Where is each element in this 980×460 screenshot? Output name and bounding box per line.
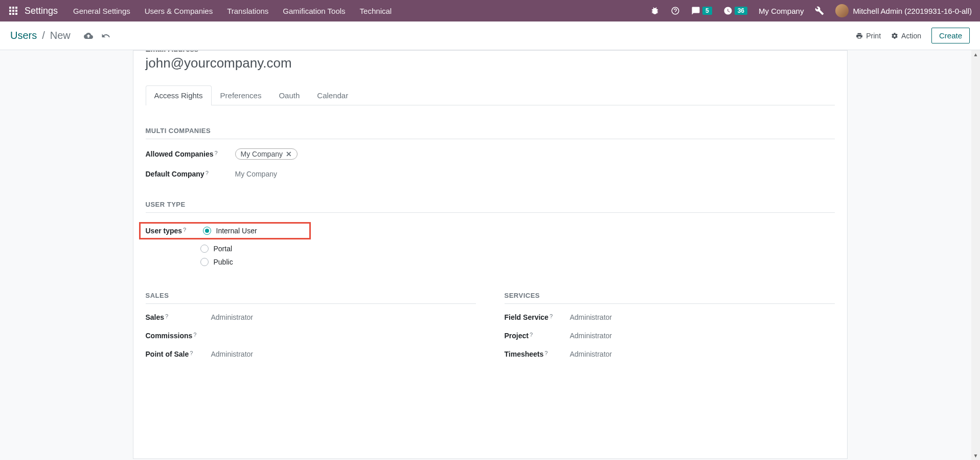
action-label: Action (901, 32, 921, 40)
avatar (835, 4, 849, 17)
email-label: Email Address (146, 50, 835, 53)
navbar-menu: General Settings Users & Companies Trans… (66, 2, 399, 20)
menu-technical[interactable]: Technical (353, 2, 399, 20)
field-service-field[interactable]: Administrator (570, 313, 612, 321)
timesheets-label: Timesheets? (505, 350, 570, 358)
default-company-field[interactable]: My Company (235, 170, 277, 178)
breadcrumb-current: New (50, 30, 71, 41)
pos-label: Point of Sale? (146, 350, 211, 358)
section-services: SERVICES (505, 292, 835, 304)
menu-translations[interactable]: Translations (220, 2, 276, 20)
section-multi-companies: MULTI COMPANIES (146, 127, 835, 139)
tabs: Access Rights Preferences Oauth Calendar (146, 85, 835, 105)
control-panel: Users / New Print Action Create (0, 21, 980, 50)
menu-users-companies[interactable]: Users & Companies (138, 2, 220, 20)
company-selector[interactable]: My Company (755, 3, 808, 19)
bug-icon[interactable] (646, 2, 664, 19)
scroll-down-icon[interactable]: ▼ (971, 451, 980, 459)
breadcrumb-root[interactable]: Users (10, 30, 37, 41)
project-field[interactable]: Administrator (570, 332, 612, 340)
radio-portal[interactable]: Portal (200, 245, 835, 253)
support-icon[interactable] (667, 2, 684, 19)
highlight-user-types: User types? Internal User (139, 222, 311, 239)
allowed-companies-field[interactable]: My Company ✕ (235, 148, 298, 160)
radio-icon (200, 258, 209, 266)
sales-field[interactable]: Administrator (211, 313, 253, 321)
messages-icon[interactable]: 5 (687, 2, 716, 19)
gear-icon (891, 32, 898, 39)
apps-icon[interactable] (4, 2, 22, 20)
tab-access-rights[interactable]: Access Rights (146, 85, 212, 105)
radio-icon (200, 245, 209, 253)
discard-icon[interactable] (101, 31, 110, 40)
project-label: Project? (505, 332, 570, 340)
top-navbar: Settings General Settings Users & Compan… (0, 0, 980, 21)
menu-general-settings[interactable]: General Settings (66, 2, 138, 20)
user-types-label: User types? (146, 227, 203, 235)
tools-icon[interactable] (811, 2, 828, 19)
activities-icon[interactable]: 36 (719, 2, 751, 19)
radio-icon (203, 227, 211, 235)
tab-calendar[interactable]: Calendar (308, 85, 357, 105)
pos-field[interactable]: Administrator (211, 350, 253, 358)
form-sheet: Email Address john@yourcompany.com Acces… (133, 50, 848, 459)
breadcrumb-sep: / (42, 30, 45, 41)
print-icon (856, 32, 863, 39)
user-menu[interactable]: Mitchell Admin (22019931-16-0-all) (831, 4, 976, 17)
activities-badge: 36 (735, 7, 747, 15)
timesheets-field[interactable]: Administrator (570, 350, 612, 358)
create-button[interactable]: Create (931, 28, 970, 43)
default-company-label: Default Company? (146, 170, 235, 178)
email-input[interactable]: john@yourcompany.com (146, 55, 835, 71)
print-label: Print (866, 32, 881, 40)
tag-remove-icon[interactable]: ✕ (286, 150, 292, 158)
section-sales: SALES (146, 292, 476, 304)
user-name: Mitchell Admin (22019931-16-0-all) (853, 7, 972, 15)
section-user-type: USER TYPE (146, 201, 835, 213)
commissions-label: Commissions? (146, 332, 211, 340)
scrollbar[interactable]: ▲ ▼ (971, 50, 980, 459)
company-tag-label: My Company (241, 150, 283, 158)
company-name: My Company (759, 7, 804, 15)
action-button[interactable]: Action (891, 32, 921, 40)
navbar-title[interactable]: Settings (22, 6, 66, 16)
breadcrumb: Users / New (10, 30, 110, 41)
messages-badge: 5 (702, 7, 712, 15)
tab-preferences[interactable]: Preferences (212, 85, 270, 105)
main-content: Email Address john@yourcompany.com Acces… (0, 50, 980, 459)
menu-gamification-tools[interactable]: Gamification Tools (276, 2, 352, 20)
scroll-up-icon[interactable]: ▲ (971, 50, 980, 59)
radio-public[interactable]: Public (200, 258, 835, 266)
cloud-save-icon[interactable] (84, 31, 93, 40)
company-tag: My Company ✕ (235, 148, 298, 160)
sales-label: Sales? (146, 313, 211, 321)
tab-oauth[interactable]: Oauth (270, 85, 308, 105)
radio-internal-user[interactable]: Internal User (203, 227, 257, 235)
print-button[interactable]: Print (856, 32, 881, 40)
field-service-label: Field Service? (505, 313, 570, 321)
allowed-companies-label: Allowed Companies? (146, 150, 235, 158)
